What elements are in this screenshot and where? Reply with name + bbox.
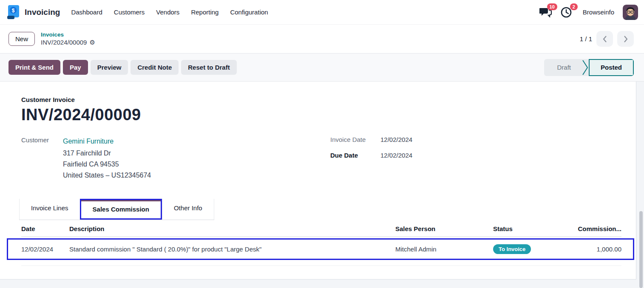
customer-address-line1: 317 Fairchild Dr [63,148,151,159]
cell-date: 12/02/2024 [21,246,69,253]
activities-clock-icon[interactable]: 2 [561,6,573,18]
record-pager: 1 / 1 [580,31,634,47]
status-widget: Draft Posted [544,59,634,76]
invoice-sheet: Customer Invoice INV/2024/00009 Customer… [0,82,636,280]
breadcrumb-current-label: INV/2024/00009 [41,39,87,47]
customer-link[interactable]: Gemini Furniture [63,136,151,147]
breadcrumb: Invoices INV/2024/00009 ⚙ [41,31,95,47]
column-header-commission[interactable]: Commission... [553,225,621,232]
table-row-separator [21,260,621,266]
credit-note-button[interactable]: Credit Note [131,60,179,75]
invoice-fields: Customer Gemini Furniture 317 Fairchild … [21,136,636,181]
activities-count-badge: 2 [570,3,578,10]
column-header-sales-person[interactable]: Sales Person [395,225,493,232]
control-panel: New Invoices INV/2024/00009 ⚙ 1 / 1 [0,25,644,54]
date-fields: Invoice Date 12/02/2024 Due Date 12/02/2… [330,136,412,181]
user-avatar[interactable] [623,5,638,20]
app-name[interactable]: Invoicing [25,8,60,17]
column-header-description[interactable]: Description [69,225,395,232]
scrollbar-track[interactable] [637,82,644,288]
menu-vendors[interactable]: Vendors [156,8,179,16]
due-date-value[interactable]: 12/02/2024 [380,152,412,159]
customer-address-line3: United States – US12345674 [63,170,151,181]
invoice-number-title: INV/2024/00009 [21,106,636,124]
tab-other-info[interactable]: Other Info [162,199,214,220]
cell-commission-amount: 1,000.00 [553,246,621,253]
print-send-button[interactable]: Print & Send [9,60,60,75]
navbar-systray: 10 2 Browseinfo [539,5,638,20]
tab-highlight-annotation: Sales Commission [80,199,162,220]
svg-text:$: $ [12,7,15,13]
messages-count-badge: 10 [547,3,557,10]
cell-status: To Invoice [493,244,553,254]
top-navbar: $ Invoicing Dashboard Customers Vendors … [0,0,644,25]
customer-label: Customer [21,136,63,181]
commission-table-header: Date Description Sales Person Status Com… [21,220,621,237]
preview-button[interactable]: Preview [91,60,128,75]
tab-invoice-lines[interactable]: Invoice Lines [19,199,80,220]
customer-field: Customer Gemini Furniture 317 Fairchild … [21,136,330,181]
menu-dashboard[interactable]: Dashboard [71,8,102,16]
status-posted: Posted [589,59,634,76]
column-header-status[interactable]: Status [493,225,553,232]
status-draft[interactable]: Draft [544,59,582,76]
commission-table-row[interactable]: 12/02/2024 Standard commission " Standar… [8,240,633,259]
column-header-date[interactable]: Date [21,225,69,232]
menu-customers[interactable]: Customers [114,8,145,16]
status-badge-to-invoice: To Invoice [493,244,531,254]
vertical-scrollbar-thumb[interactable] [639,211,643,288]
messages-icon[interactable]: 10 [539,6,552,18]
statusbar-row: Print & Send Pay Preview Credit Note Res… [0,54,644,82]
tab-sales-commission[interactable]: Sales Commission [81,200,161,218]
breadcrumb-current: INV/2024/00009 ⚙ [41,39,95,47]
invoice-date-value[interactable]: 12/02/2024 [380,136,412,143]
form-view: Customer Invoice INV/2024/00009 Customer… [0,82,644,288]
main-menu: Dashboard Customers Vendors Reporting Co… [71,8,268,16]
menu-reporting[interactable]: Reporting [191,8,218,16]
invoicing-app-icon[interactable]: $ [7,5,20,20]
notebook-tabs: Invoice Lines Sales Commission Other Inf… [19,199,214,220]
gear-icon[interactable]: ⚙ [89,39,95,47]
new-button[interactable]: New [9,32,35,46]
status-arrow-icon [582,59,589,76]
pager-count: 1 / 1 [580,35,592,42]
pager-previous-button[interactable] [596,31,613,47]
pager-next-button[interactable] [617,31,634,47]
cell-sales-person: Mitchell Admin [395,246,493,253]
invoice-date-label: Invoice Date [330,136,380,143]
reset-to-draft-button[interactable]: Reset to Draft [181,60,236,75]
row-highlight-annotation: 12/02/2024 Standard commission " Standar… [7,238,634,260]
due-date-label: Due Date [330,152,380,159]
menu-configuration[interactable]: Configuration [230,8,268,16]
breadcrumb-invoices-link[interactable]: Invoices [41,31,95,39]
user-menu[interactable]: Browseinfo [583,8,614,16]
customer-value: Gemini Furniture 317 Fairchild Dr Fairfi… [63,136,151,181]
customer-address-line2: Fairfield CA 94535 [63,159,151,170]
document-type-label: Customer Invoice [21,96,636,103]
cell-description: Standard commission " Standard ( 20.0%)"… [69,246,395,253]
pay-button[interactable]: Pay [63,60,88,75]
